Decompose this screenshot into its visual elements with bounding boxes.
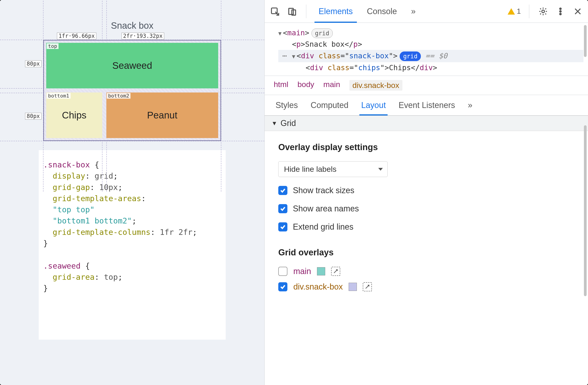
scrollbar[interactable] <box>583 25 588 383</box>
row-size-label: 80px <box>25 60 42 67</box>
col-size-label: 2fr·193.32px <box>122 33 164 39</box>
disclosure-icon: ▼ <box>272 120 277 127</box>
gear-icon[interactable] <box>537 6 549 17</box>
overlay-item-main: main <box>278 267 574 276</box>
cell-text: Peanut <box>147 110 177 121</box>
checkbox-label: Show track sizes <box>293 186 354 195</box>
cell-text: Chips <box>62 110 86 121</box>
dom-tree[interactable]: ▼<main>grid <p>Snack box</p> ⋯ ▼<div cla… <box>265 23 588 76</box>
warning-icon <box>508 8 515 15</box>
tab-layout[interactable]: Layout <box>359 95 388 115</box>
dom-node-chips[interactable]: <div class="chips">Chips</div> <box>278 62 584 74</box>
tab-console[interactable]: Console <box>363 0 401 22</box>
area-label-bottom1: bottom1 <box>47 93 71 99</box>
tab-computed[interactable]: Computed <box>309 95 350 115</box>
overlay-name[interactable]: main <box>293 267 311 276</box>
checkbox-track-sizes[interactable] <box>278 186 287 195</box>
css-code-block: .snack-box { display: grid; grid-gap: 10… <box>39 150 226 340</box>
dom-node-main[interactable]: ▼<main>grid <box>278 27 584 39</box>
app-window: Snack box 1fr·96.66px 2fr·193.32px 80px … <box>0 0 588 385</box>
devtools-panel: Elements Console » 1 ▼<main>grid <p>Snac… <box>265 0 588 385</box>
cell-peanut: bottom2 Peanut <box>106 92 218 138</box>
dom-node-p[interactable]: <p>Snack box</p> <box>278 39 584 50</box>
inspect-icon[interactable] <box>269 6 281 17</box>
highlight-icon[interactable] <box>331 267 340 276</box>
highlight-icon[interactable] <box>363 282 372 291</box>
color-swatch[interactable] <box>349 283 357 291</box>
checkbox-row-track: Show track sizes <box>278 186 574 195</box>
device-toggle-icon[interactable] <box>287 6 298 17</box>
checkbox-area-names[interactable] <box>278 204 287 213</box>
overlay-name[interactable]: div.snack-box <box>293 282 343 292</box>
checkbox-extend-lines[interactable] <box>278 222 287 232</box>
devtools-toolbar: Elements Console » 1 <box>265 0 588 23</box>
select-value: Hide line labels <box>284 165 336 173</box>
cell-text: Seaweed <box>112 60 152 71</box>
crumb-html[interactable]: html <box>274 80 288 91</box>
area-label-top: top <box>47 43 59 49</box>
svg-point-4 <box>560 8 561 10</box>
snack-box-grid: top Seaweed bottom1 Chips bottom2 Peanut <box>43 40 221 141</box>
section-grid-header[interactable]: ▼ Grid <box>265 115 588 131</box>
svg-rect-1 <box>289 8 293 14</box>
svg-point-5 <box>560 10 561 12</box>
close-icon[interactable] <box>572 6 584 17</box>
area-label-bottom2: bottom2 <box>107 93 131 99</box>
grid-badge[interactable]: grid <box>312 28 333 38</box>
preview-pane: Snack box 1fr·96.66px 2fr·193.32px 80px … <box>0 0 265 385</box>
checkbox-row-extend: Extend grid lines <box>278 222 574 232</box>
tab-events[interactable]: Event Listeners <box>397 95 457 115</box>
ellipsis-icon[interactable]: ⋯ <box>282 50 288 62</box>
breadcrumb: html body main div.snack-box <box>265 76 588 95</box>
checkbox-label: Show area names <box>293 204 359 214</box>
warning-badge[interactable]: 1 <box>508 7 521 16</box>
svg-point-6 <box>560 13 561 15</box>
line-labels-select[interactable]: Hide line labels <box>278 161 388 177</box>
subtabs-overflow[interactable]: » <box>466 95 474 115</box>
checkbox-label: Extend grid lines <box>293 222 354 232</box>
page-title: Snack box <box>0 21 264 31</box>
divider <box>529 4 529 18</box>
tab-styles[interactable]: Styles <box>274 95 300 115</box>
dom-node-selected[interactable]: ⋯ ▼<div class="snack-box">grid== $0 <box>278 50 584 62</box>
grid-overlays-title: Grid overlays <box>278 248 574 257</box>
cell-seaweed: top Seaweed <box>46 43 218 88</box>
checkbox-overlay-main[interactable] <box>278 267 287 276</box>
layout-panel: Overlay display settings Hide line label… <box>265 131 588 307</box>
overlay-settings-title: Overlay display settings <box>278 142 574 152</box>
crumb-current[interactable]: div.snack-box <box>349 80 402 91</box>
warning-count: 1 <box>517 7 521 16</box>
tab-elements[interactable]: Elements <box>315 0 357 22</box>
styles-subtabs: Styles Computed Layout Event Listeners » <box>265 95 588 115</box>
section-grid-label: Grid <box>281 118 296 128</box>
divider <box>306 4 306 18</box>
grid-badge-active[interactable]: grid <box>400 51 421 61</box>
crumb-body[interactable]: body <box>297 80 314 91</box>
kebab-icon[interactable] <box>555 6 566 17</box>
crumb-main[interactable]: main <box>323 80 340 91</box>
checkbox-row-area: Show area names <box>278 204 574 214</box>
checkbox-overlay-snackbox[interactable] <box>278 282 287 291</box>
color-swatch[interactable] <box>317 267 325 276</box>
cell-chips: bottom1 Chips <box>46 92 102 138</box>
row-size-label: 80px <box>25 113 42 120</box>
svg-point-3 <box>542 10 545 13</box>
tabs-overflow[interactable]: » <box>407 0 420 22</box>
col-size-label: 1fr·96.66px <box>57 33 96 39</box>
overlay-item-snackbox: div.snack-box <box>278 282 574 292</box>
grid-overlay-wrap: 1fr·96.66px 2fr·193.32px 80px 80px top S… <box>43 40 221 141</box>
